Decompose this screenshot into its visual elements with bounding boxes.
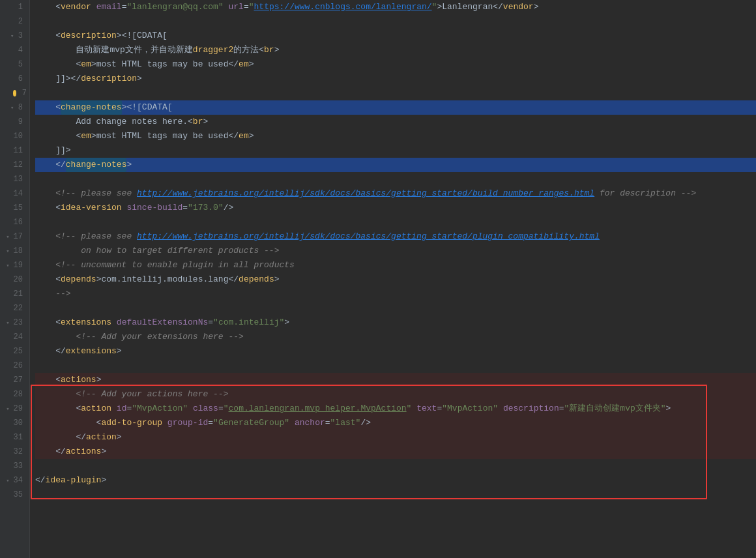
bracket-20c: </: [228, 272, 239, 287]
line-num-25: 25: [14, 344, 27, 359]
bracket-32b: >: [101, 445, 106, 459]
gutter-row-33: 33: [14, 459, 27, 473]
change-text-2b: >most HTML tags may be used</: [91, 129, 239, 143]
bracket-27a: <: [35, 373, 61, 387]
tag-action-close: action: [86, 430, 117, 445]
gutter-row-28: 28: [14, 387, 27, 402]
code-line-12: </change-notes>: [35, 158, 756, 172]
bracket-11: ]]>: [35, 143, 71, 158]
bracket-1f: >: [437, 0, 442, 14]
fold-btn-18[interactable]: ▾: [6, 248, 10, 254]
bracket-30c: =: [208, 416, 213, 430]
code-line-1: <vendor email="lanlengran@qq.com" url="h…: [35, 0, 756, 14]
code-line-30: <add-to-group group-id="GenerateGroup" a…: [35, 416, 756, 430]
gutter-row-4: 4: [18, 43, 27, 57]
line-num-7: 7: [19, 86, 27, 100]
line-num-32: 32: [14, 445, 27, 459]
code-line-2: [35, 14, 756, 29]
tag-change-notes-close: change-notes: [66, 158, 127, 172]
code-line-9: Add change notes here.<br>: [35, 115, 756, 129]
desc-text-1c: >: [274, 43, 280, 57]
link-compat[interactable]: http://www.jetbrains.org/intellij/sdk/do…: [137, 231, 600, 241]
bracket-15d: />: [224, 201, 234, 215]
attr-class: class: [193, 402, 218, 416]
bracket-25a: </: [35, 344, 66, 359]
code-content[interactable]: <vendor email="lanlengran@qq.com" url="h…: [30, 0, 756, 558]
link-build[interactable]: http://www.jetbrains.org/intellij/sdk/do…: [137, 188, 594, 198]
link-cnblogs[interactable]: https://www.cnblogs.com/lanlengran/: [254, 0, 432, 14]
comment-extensions: <!-- Add your extensions here -->: [35, 330, 244, 344]
tag-br2: br: [193, 115, 203, 129]
tag-desc-close: description: [81, 72, 137, 86]
bracket-8b: ><![CDATA[: [122, 100, 173, 115]
bracket-34a: </: [35, 473, 46, 488]
bracket-1: <: [35, 0, 61, 14]
line-num-18: 18: [11, 244, 27, 258]
attr-val-group-id: "GenerateGroup": [213, 416, 289, 430]
bracket-3a: <: [35, 29, 61, 43]
attr-val-ext: "com.intellij": [213, 316, 284, 330]
code-line-31: </action>: [35, 430, 756, 445]
gutter-row-21: 21: [14, 287, 27, 301]
desc-text-1b: 的方法<: [233, 43, 264, 57]
tag-vendor: vendor: [61, 0, 91, 14]
gutter-row-5: 5: [18, 57, 27, 72]
line-num-1: 1: [18, 0, 27, 14]
line-num-20: 20: [14, 272, 27, 287]
bracket-32a: </: [35, 445, 66, 459]
line-num-34: 34: [11, 473, 27, 488]
tag-vendor-close: vendor: [503, 0, 534, 14]
gutter-row-23: ▾ 23: [6, 316, 27, 330]
tag-dragger: dragger2: [193, 43, 233, 57]
line-number-gutter: 1 2 ▾ 3 4 5 6: [0, 0, 30, 558]
bracket-30e: =: [325, 416, 330, 430]
bracket-20b: >: [96, 272, 102, 287]
fold-btn-17[interactable]: ▾: [6, 233, 10, 240]
fold-btn-34[interactable]: ▾: [6, 477, 10, 484]
code-line-10: <em>most HTML tags may be used</em>: [35, 129, 756, 143]
fold-btn-3[interactable]: ▾: [10, 33, 14, 39]
line-num-2: 2: [18, 14, 27, 29]
bracket-29c: =: [126, 402, 132, 416]
bracket-15a: <: [35, 201, 61, 215]
line-num-10: 10: [14, 129, 27, 143]
line-num-19: 19: [11, 258, 27, 272]
line-num-35: 35: [14, 488, 27, 502]
fold-btn-8[interactable]: ▾: [10, 104, 14, 111]
tag-em: em: [81, 57, 91, 72]
gutter-row-30: 30: [14, 416, 27, 430]
bracket-1b: [91, 0, 96, 14]
change-text-1: Add change notes here.<: [35, 115, 193, 129]
line-num-27: 27: [14, 373, 27, 387]
gutter-row-3: ▾ 3: [10, 29, 27, 43]
fold-btn-23[interactable]: ▾: [6, 319, 10, 326]
comment-build: <!-- please see http://www.jetbrains.org…: [35, 186, 696, 201]
line-num-22: 22: [14, 301, 27, 316]
line-num-33: 33: [14, 459, 27, 473]
attr-val-url: ": [249, 0, 254, 14]
tag-extensions-close: extensions: [66, 344, 117, 359]
bracket-6b: >: [137, 72, 142, 86]
bracket-1c: =: [122, 0, 127, 14]
comment-target: on how to target different products -->: [35, 244, 279, 258]
gutter-row-9: 9: [18, 115, 27, 129]
fold-btn-29[interactable]: ▾: [6, 405, 10, 412]
gutter-row-29: ▾ 29: [6, 402, 27, 416]
gutter-row-13: 13: [14, 172, 27, 186]
attr-val-text: "MvpAction": [442, 402, 498, 416]
code-line-14: <!-- please see http://www.jetbrains.org…: [35, 186, 756, 201]
gutter-row-11: 11: [14, 143, 27, 158]
fold-btn-19[interactable]: ▾: [6, 262, 10, 269]
gutter-row-27: 27: [14, 373, 27, 387]
bracket-29h: [498, 402, 503, 416]
tag-br: br: [264, 43, 274, 57]
bracket-27b: >: [96, 373, 102, 387]
gutter-row-25: 25: [14, 344, 27, 359]
line-num-6: 6: [18, 72, 27, 86]
attr-val-class: ": [224, 402, 229, 416]
tag-idea-version: idea-version: [61, 201, 122, 215]
code-line-25: </extensions>: [35, 344, 756, 359]
code-line-22: [35, 301, 756, 316]
bracket-29e: =: [218, 402, 224, 416]
bracket-23b: [111, 316, 117, 330]
